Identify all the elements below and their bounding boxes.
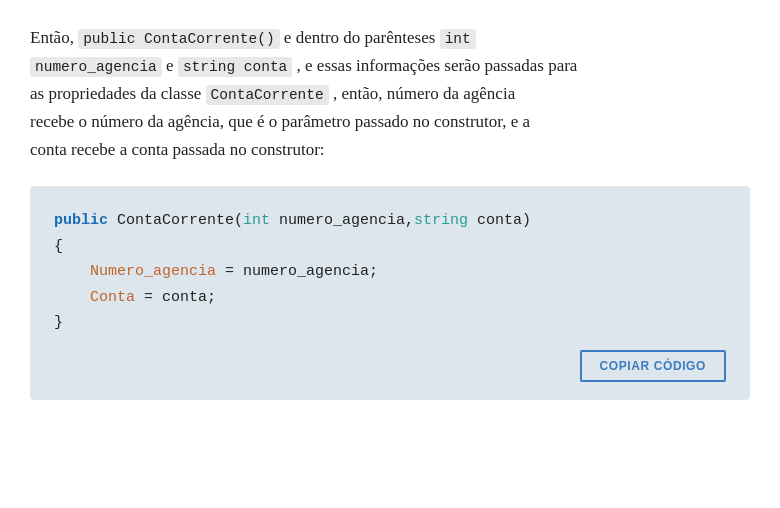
type-int: int	[243, 212, 270, 229]
keyword-public: public	[54, 212, 108, 229]
copy-button-wrapper: COPIAR CÓDIGO	[54, 350, 726, 382]
type-string: string	[414, 212, 468, 229]
prop-numero-agencia: Numero_agencia	[90, 263, 216, 280]
copy-code-button[interactable]: COPIAR CÓDIGO	[580, 350, 726, 382]
inline-code-2: int	[440, 29, 476, 49]
prose-text-5: as propriedades da classe	[30, 84, 206, 103]
prose-text-3: e	[162, 56, 178, 75]
inline-code-3: numero_agencia	[30, 57, 162, 77]
prose-text-1: Então,	[30, 28, 78, 47]
prose-text-4: , e essas informações serão passadas par…	[292, 56, 577, 75]
prose-text-7: recebe o número da agência, que é o parâ…	[30, 112, 530, 131]
code-block: public ContaCorrente(int numero_agencia,…	[54, 208, 726, 336]
prose-text-8: conta recebe a conta passada no construt…	[30, 140, 325, 159]
inline-code-4: string conta	[178, 57, 292, 77]
code-block-container: public ContaCorrente(int numero_agencia,…	[30, 186, 750, 400]
prose-paragraph: Então, public ContaCorrente() e dentro d…	[30, 24, 750, 164]
inline-code-1: public ContaCorrente()	[78, 29, 279, 49]
prop-conta: Conta	[90, 289, 135, 306]
prose-text-6: , então, número da agência	[329, 84, 515, 103]
inline-code-5: ContaCorrente	[206, 85, 329, 105]
prose-text-2: e dentro do parênteses	[280, 28, 440, 47]
